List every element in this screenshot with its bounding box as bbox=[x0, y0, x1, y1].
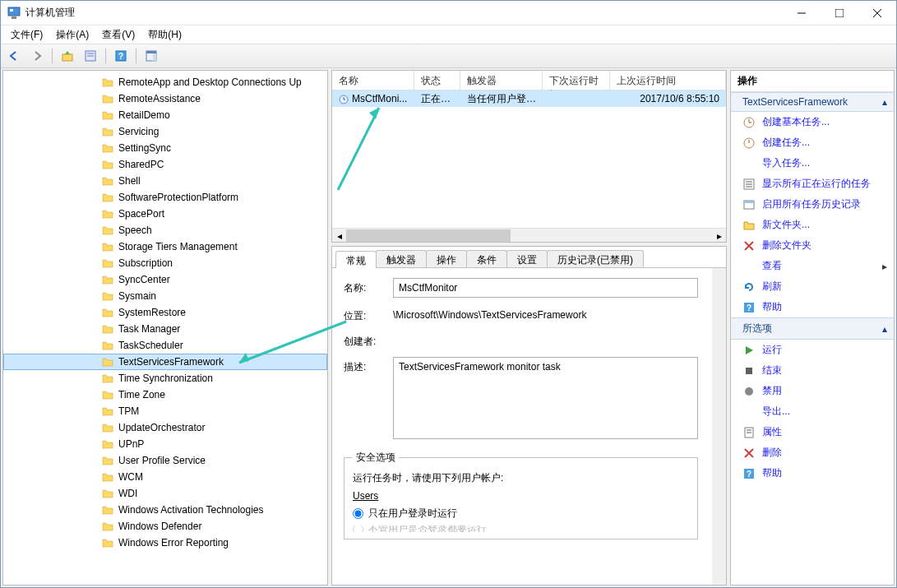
list-row[interactable]: MsCtfMoni... 正在运行 当任何用户登录时 2017/10/6 8:5… bbox=[332, 90, 726, 107]
svg-rect-15 bbox=[153, 53, 156, 61]
action-group-2[interactable]: 所选项▴ bbox=[731, 317, 894, 340]
svg-rect-4 bbox=[835, 9, 844, 17]
vertical-scrollbar[interactable] bbox=[712, 268, 726, 585]
tree-item[interactable]: Servicing bbox=[3, 123, 327, 140]
tree-item[interactable]: WDI bbox=[3, 485, 327, 502]
tree-item[interactable]: Windows Error Reporting bbox=[3, 535, 327, 551]
action-new-folder[interactable]: 新文件夹... bbox=[731, 215, 894, 235]
tree-item[interactable]: Shell bbox=[3, 173, 327, 189]
tree-item[interactable]: RetailDemo bbox=[3, 107, 327, 123]
tree-item[interactable]: SystemRestore bbox=[3, 304, 327, 321]
tree-label: WDI bbox=[118, 488, 137, 499]
menu-help[interactable]: 帮助(H) bbox=[141, 26, 188, 44]
maximize-button[interactable] bbox=[821, 1, 858, 25]
minimize-button[interactable] bbox=[783, 1, 821, 25]
svg-rect-1 bbox=[10, 9, 13, 12]
action-help-2[interactable]: ?帮助 bbox=[731, 463, 894, 484]
forward-button[interactable] bbox=[27, 47, 47, 65]
stop-icon bbox=[742, 364, 756, 377]
action-delete-folder[interactable]: 删除文件夹 bbox=[731, 235, 894, 256]
folder-icon bbox=[102, 77, 113, 87]
list-body[interactable]: MsCtfMoni... 正在运行 当任何用户登录时 2017/10/6 8:5… bbox=[332, 90, 726, 228]
tree-item[interactable]: RemoteApp and Desktop Connections Up bbox=[3, 74, 327, 90]
tree-item[interactable]: TaskScheduler bbox=[3, 337, 327, 354]
tree-item[interactable]: Time Synchronization bbox=[3, 370, 327, 387]
tree-item[interactable]: SyncCenter bbox=[3, 271, 327, 288]
menu-view[interactable]: 查看(V) bbox=[95, 26, 141, 44]
col-trigger[interactable]: 触发器 bbox=[460, 71, 543, 90]
tree-item[interactable]: UPnP bbox=[3, 436, 327, 452]
tree-item[interactable]: UpdateOrchestrator bbox=[3, 419, 327, 436]
menu-file[interactable]: 文件(F) bbox=[4, 26, 49, 44]
menu-action[interactable]: 操作(A) bbox=[49, 26, 95, 44]
desc-field[interactable]: TextServicesFramework monitor task bbox=[393, 357, 698, 439]
col-status[interactable]: 状态 bbox=[414, 71, 460, 90]
action-create[interactable]: 创建任务... bbox=[731, 132, 894, 153]
radio-logged-on[interactable] bbox=[353, 508, 363, 519]
tab-general[interactable]: 常规 bbox=[335, 251, 377, 268]
tree-item[interactable]: TPM bbox=[3, 403, 327, 419]
tab-actions[interactable]: 操作 bbox=[426, 250, 467, 267]
action-group-1[interactable]: TextServicesFramework▴ bbox=[731, 92, 894, 112]
action-show-running[interactable]: 显示所有正在运行的任务 bbox=[731, 174, 894, 194]
action-end[interactable]: 结束 bbox=[731, 360, 894, 381]
col-lastrun[interactable]: 上次运行时间 bbox=[610, 71, 726, 90]
tree-label: RetailDemo bbox=[118, 109, 170, 121]
tree-item[interactable]: Windows Activation Technologies bbox=[3, 502, 327, 518]
action-import[interactable]: 导入任务... bbox=[731, 153, 894, 174]
col-name[interactable]: 名称 bbox=[332, 71, 414, 90]
up-button[interactable] bbox=[58, 47, 77, 65]
tab-triggers[interactable]: 触发器 bbox=[376, 250, 427, 267]
tree-item[interactable]: Windows Defender bbox=[3, 518, 327, 535]
action-disable[interactable]: 禁用 bbox=[731, 381, 894, 401]
action-view[interactable]: 查看 bbox=[731, 256, 894, 276]
security-text: 运行任务时，请使用下列用户帐户: bbox=[353, 471, 689, 485]
close-button[interactable] bbox=[858, 1, 896, 25]
pane-button[interactable] bbox=[141, 47, 161, 65]
tree-item[interactable]: SpacePort bbox=[3, 206, 327, 222]
back-button[interactable] bbox=[4, 47, 24, 65]
folder-icon bbox=[102, 340, 113, 350]
tree-item[interactable]: SoftwareProtectionPlatform bbox=[3, 189, 327, 206]
tree-item[interactable]: RemoteAssistance bbox=[3, 90, 327, 107]
horizontal-scrollbar[interactable]: ◂ ▸ bbox=[332, 228, 726, 242]
tree-item[interactable]: SharedPC bbox=[3, 156, 327, 173]
tree-item[interactable]: Task Manager bbox=[3, 321, 327, 337]
action-refresh[interactable]: 刷新 bbox=[731, 276, 894, 297]
tree-label: SpacePort bbox=[118, 208, 164, 220]
tree-item[interactable]: WCM bbox=[3, 469, 327, 485]
tree-label: WCM bbox=[118, 471, 143, 483]
tree-item[interactable]: User Profile Service bbox=[3, 452, 327, 469]
tab-conditions[interactable]: 条件 bbox=[466, 250, 507, 267]
name-label: 名称: bbox=[344, 278, 393, 295]
tree-item[interactable]: Storage Tiers Management bbox=[3, 238, 327, 255]
tree-item[interactable]: Subscription bbox=[3, 255, 327, 271]
tree-item[interactable]: Sysmain bbox=[3, 288, 327, 304]
tab-history[interactable]: 历史记录(已禁用) bbox=[547, 250, 644, 267]
svg-rect-2 bbox=[12, 16, 16, 19]
col-nextrun[interactable]: 下次运行时间 bbox=[543, 71, 610, 90]
task-list: 名称 状态 触发器 下次运行时间 上次运行时间 MsCtfMoni... 正在运… bbox=[331, 70, 727, 243]
tab-settings[interactable]: 设置 bbox=[506, 250, 548, 267]
radio-any[interactable] bbox=[353, 525, 363, 532]
folder-icon bbox=[102, 258, 113, 268]
action-delete[interactable]: 删除 bbox=[731, 442, 894, 463]
action-create-basic[interactable]: 创建基本任务... bbox=[731, 112, 894, 132]
properties-button[interactable] bbox=[81, 47, 100, 65]
action-help-1[interactable]: ?帮助 bbox=[731, 297, 894, 317]
svg-text:?: ? bbox=[118, 52, 123, 61]
help-icon: ? bbox=[742, 467, 756, 480]
tree-label: Subscription bbox=[118, 257, 173, 269]
tree-panel[interactable]: RemoteApp and Desktop Connections UpRemo… bbox=[2, 70, 328, 586]
action-enable-history[interactable]: 启用所有任务历史记录 bbox=[731, 194, 894, 215]
tree-item[interactable]: SettingSync bbox=[3, 140, 327, 156]
action-export[interactable]: 导出... bbox=[731, 401, 894, 422]
tree-label: Shell bbox=[118, 175, 141, 187]
action-run[interactable]: 运行 bbox=[731, 340, 894, 360]
tree-item[interactable]: TextServicesFramework bbox=[3, 354, 327, 370]
help-button[interactable]: ? bbox=[111, 47, 131, 65]
tree-item[interactable]: Speech bbox=[3, 222, 327, 238]
action-properties[interactable]: 属性 bbox=[731, 422, 894, 442]
name-field[interactable]: MsCtfMonitor bbox=[393, 278, 698, 298]
tree-item[interactable]: Time Zone bbox=[3, 387, 327, 403]
